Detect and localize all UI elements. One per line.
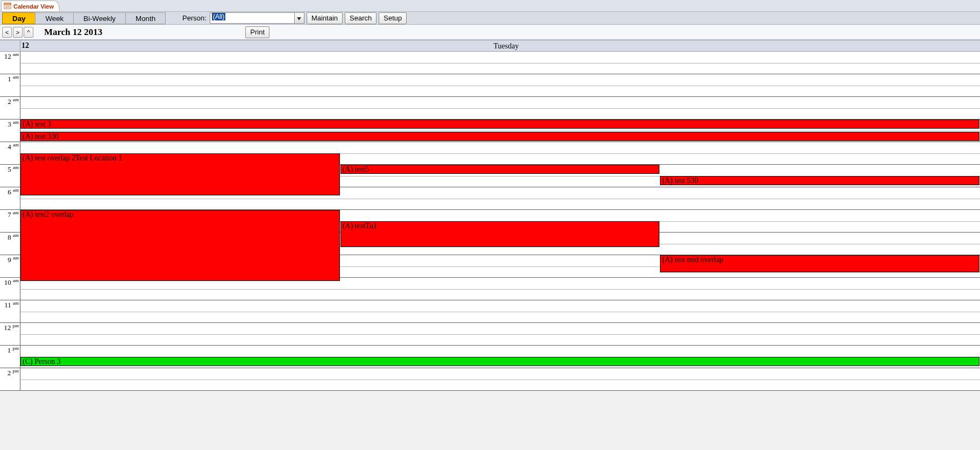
search-button[interactable]: Search [345,12,377,24]
time-row: 3 am [0,119,20,142]
hour-slot[interactable] [20,278,980,300]
hour-slot[interactable] [20,368,980,391]
half-hour-line [20,334,980,335]
time-row: 8 am [0,233,20,255]
hour-slot[interactable] [20,97,980,119]
person-combo-value[interactable]: (All) [210,12,295,24]
half-hour-line [20,312,980,312]
time-row: 5 am [0,165,20,187]
half-hour-line [20,86,980,86]
calendar-event[interactable]: (C) Person 3 [20,357,979,366]
calendar-event[interactable]: (A) test 330 [20,132,979,141]
chevron-down-icon [297,14,301,22]
document-tab-label: Calendar View [13,3,54,10]
calendar-event[interactable]: (A) testTu1 [340,221,660,247]
person-label: Person: [179,14,210,22]
document-tab-calendar[interactable]: Calendar View [1,1,60,11]
hour-slot[interactable] [20,323,980,346]
time-row: 9 am [0,255,20,278]
day-header-gutter [0,40,20,51]
setup-button[interactable]: Setup [379,12,407,24]
time-row: 11 am [0,300,20,323]
time-row: 1 pm [0,346,20,368]
half-hour-line [20,131,980,131]
time-row: 2 am [0,97,20,119]
half-hour-line [20,108,980,109]
view-month-button[interactable]: Month [125,12,166,24]
document-tab-bar: Calendar View [0,0,980,12]
half-hour-line [20,379,980,380]
half-hour-line [20,63,980,64]
toolbar: Day Week Bi-Weekly Month Person: (All) M… [0,12,980,25]
calendar-event[interactable]: (A) test2 overlap [20,210,340,281]
time-row: 10 am [0,278,20,300]
half-hour-line [20,199,980,199]
half-hour-line [20,289,980,290]
calendar-event[interactable]: (A) test5 [340,165,660,174]
day-header-name: Tuesday [32,40,980,51]
next-day-button[interactable]: > [13,27,23,38]
view-biweekly-button[interactable]: Bi-Weekly [73,12,126,24]
grid-body[interactable]: (A) test 3(A) test 330(A) test overlap 2… [20,52,980,391]
time-row: 7 am [0,210,20,233]
time-row: 6 am [0,187,20,210]
day-header: 12 Tuesday [0,40,980,52]
time-row: 12 pm [0,323,20,346]
prev-day-button[interactable]: < [2,27,12,38]
form-icon [4,2,11,11]
view-day-button[interactable]: Day [2,12,35,24]
hour-slot[interactable] [20,74,980,97]
time-row: 12 am [0,52,20,74]
svg-rect-1 [4,3,11,4]
hour-slot[interactable] [20,300,980,323]
calendar-event[interactable]: (A) test 530 [660,176,979,185]
day-header-number: 12 [20,40,32,51]
calendar-event[interactable]: (A) test 3 [20,119,979,129]
person-combo[interactable]: (All) [210,12,304,24]
calendar-event[interactable]: (A) test overlap 2Test Location 1 [20,153,340,195]
print-button[interactable]: Print [245,26,269,38]
sub-toolbar: < > ^ March 12 2013 Print [0,25,980,40]
hour-slot[interactable] [20,52,980,74]
time-row: 4 am [0,142,20,165]
time-gutter: 12 am1 am2 am3 am4 am5 am6 am7 am8 am9 a… [0,52,20,391]
person-combo-dropdown-button[interactable] [295,12,304,24]
maintain-button[interactable]: Maintain [307,12,343,24]
time-row: 2 pm [0,368,20,391]
today-button[interactable]: ^ [24,27,33,38]
day-grid: 12 am1 am2 am3 am4 am5 am6 am7 am8 am9 a… [0,52,980,391]
view-week-button[interactable]: Week [35,12,74,24]
calendar-event[interactable]: (A) test mid overlap [660,255,979,272]
time-row: 1 am [0,74,20,97]
current-date-title: March 12 2013 [34,27,102,38]
